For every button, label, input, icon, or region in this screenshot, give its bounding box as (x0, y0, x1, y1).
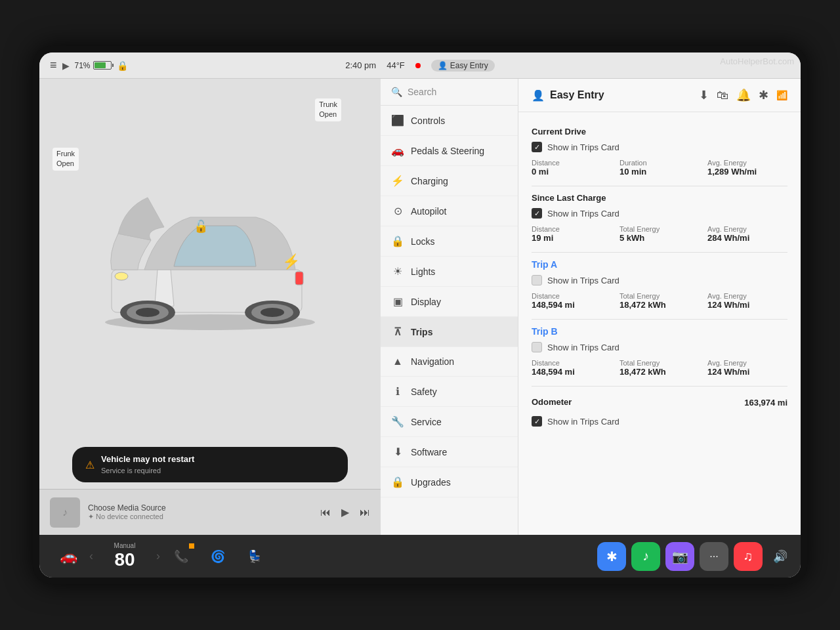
sidebar-item-locks[interactable]: 🔒 Locks (381, 226, 518, 257)
sidebar-item-autopilot[interactable]: ⊙ Autopilot (381, 196, 518, 226)
trip-a-checkbox[interactable] (532, 275, 542, 285)
spotify-app[interactable]: ♪ (631, 542, 660, 571)
stat-value: 1,289 Wh/mi (707, 167, 788, 177)
upgrades-icon: 🔒 (391, 476, 404, 488)
stat-item: Avg. Energy 284 Wh/mi (707, 225, 788, 243)
settings-content: Current Drive ✓ Show in Trips Card Dista… (518, 112, 801, 444)
pedals-icon: 🚗 (391, 144, 404, 157)
since-last-charge-label: Since Last Charge (532, 193, 788, 203)
stat-value: 0 mi (532, 167, 612, 177)
sidebar-item-safety[interactable]: ℹ Safety (381, 377, 518, 407)
stat-label: Distance (532, 292, 612, 300)
menu-icon[interactable]: ≡ (50, 58, 57, 72)
current-drive-stats: Distance 0 mi Duration 10 min Avg. Energ… (532, 159, 788, 177)
current-drive-label: Current Drive (532, 127, 788, 136)
since-last-charge-checkbox-row[interactable]: ✓ Show in Trips Card (532, 208, 788, 219)
stat-value: 124 Wh/mi (707, 300, 788, 310)
left-panel: ⚡ 🔓 Frunk Open Trunk Open ⚠ (39, 79, 381, 535)
download-icon[interactable]: ⬇ (699, 88, 709, 102)
odometer-checkbox-row[interactable]: ✓ Show in Trips Card (532, 416, 788, 427)
stat-item: Distance 0 mi (532, 159, 612, 177)
stat-label: Total Energy (620, 359, 700, 367)
spotify-icon: ♪ (642, 549, 649, 564)
wiper-button[interactable]: 🌀 (202, 541, 234, 572)
sidebar-item-service[interactable]: 🔧 Service (381, 407, 518, 437)
since-last-charge-checkbox[interactable]: ✓ (532, 208, 542, 219)
settings-title: 👤 Easy Entry (532, 89, 604, 102)
sidebar-item-software[interactable]: ⬇ Software (381, 437, 518, 467)
current-drive-checkbox-row[interactable]: ✓ Show in Trips Card (532, 142, 788, 152)
menu-search[interactable]: 🔍 Search (381, 79, 518, 106)
sidebar-item-trips[interactable]: ⊼ Trips (381, 317, 518, 347)
trip-a-stats: Distance 148,594 mi Total Energy 18,472 … (532, 292, 788, 310)
volume-icon: 🔊 (773, 549, 788, 564)
next-button[interactable]: ⏭ (360, 507, 370, 518)
signal-bars: 📶 (776, 90, 788, 100)
easy-entry-badge[interactable]: 👤 Easy Entry (431, 60, 495, 72)
volume-control[interactable]: 🔊 (773, 549, 788, 564)
svg-text:🔓: 🔓 (194, 219, 209, 234)
phone-button[interactable]: 📞 (165, 541, 197, 572)
settings-panel: 👤 Easy Entry ⬇ 🛍 🔔 ✱ 📶 C (518, 79, 801, 535)
odometer-checkbox[interactable]: ✓ (532, 416, 542, 427)
sidebar-item-label: Autopilot (411, 206, 446, 217)
warning-sub: Service is required (101, 466, 194, 476)
navigation-icon: ▲ (391, 356, 404, 368)
seat-heat-button[interactable]: 💺 (239, 541, 270, 572)
since-last-charge-show-trips: Show in Trips Card (547, 209, 620, 219)
odometer-label: Odometer (532, 397, 572, 407)
stat-item: Distance 148,594 mi (532, 292, 612, 310)
sidebar-item-label: Navigation (411, 356, 454, 367)
purple-app[interactable]: 📷 (665, 542, 694, 571)
stat-item: Distance 19 mi (532, 225, 612, 243)
media-bar: ♪ Choose Media Source ✦ No device connec… (39, 489, 381, 535)
sidebar-item-controls[interactable]: ⬛ Controls (381, 106, 518, 136)
stat-item: Duration 10 min (620, 159, 700, 177)
trip-b-checkbox[interactable] (532, 342, 542, 352)
sidebar-item-lights[interactable]: ☀ Lights (381, 257, 518, 287)
more-apps-button[interactable]: ··· (700, 542, 728, 571)
svg-text:⚡: ⚡ (282, 253, 301, 270)
bluetooth-app[interactable]: ✱ (597, 542, 626, 571)
bluetooth-icon[interactable]: ✱ (759, 88, 768, 102)
warning-icon: ⚠ (85, 459, 94, 471)
more-icon: ··· (709, 551, 718, 562)
sidebar-item-label: Safety (411, 387, 437, 397)
stat-label: Distance (532, 359, 612, 367)
bell-icon[interactable]: 🔔 (736, 88, 751, 102)
trip-a-checkbox-row[interactable]: Show in Trips Card (532, 275, 788, 285)
autopilot-icon: ⊙ (391, 205, 404, 217)
speed-number: 80 (114, 549, 135, 570)
sidebar-item-navigation[interactable]: ▲ Navigation (381, 347, 518, 377)
trunk-label: Trunk Open (315, 98, 341, 121)
sidebar-item-display[interactable]: ▣ Display (381, 287, 518, 317)
settings-title-label: Easy Entry (550, 89, 604, 101)
phone-icon: 📞 (174, 549, 188, 564)
stat-value: 18,472 kWh (620, 367, 700, 377)
lock-icon: 🔒 (117, 60, 128, 71)
profile-icon: 👤 (438, 61, 448, 70)
media-controls[interactable]: ⏮ ▶ ⏭ (320, 506, 370, 518)
media-title: Choose Media Source (88, 503, 312, 513)
music-app[interactable]: ♫ (734, 542, 763, 571)
search-icon: 🔍 (391, 87, 402, 97)
stat-item: Total Energy 18,472 kWh (620, 292, 700, 310)
controls-icon: ⬛ (391, 114, 404, 127)
current-drive-checkbox[interactable]: ✓ (532, 142, 542, 152)
sidebar-item-charging[interactable]: ⚡ Charging (381, 166, 518, 196)
sidebar-item-label: Pedals & Steering (411, 146, 484, 156)
bag-icon[interactable]: 🛍 (717, 89, 728, 102)
prev-button[interactable]: ⏮ (320, 507, 331, 518)
sidebar-item-label: Upgrades (411, 477, 451, 488)
trip-b-checkbox-row[interactable]: Show in Trips Card (532, 342, 788, 352)
notification-dot (189, 543, 194, 549)
sidebar-item-pedals[interactable]: 🚗 Pedals & Steering (381, 136, 518, 166)
stat-value: 124 Wh/mi (707, 367, 788, 377)
play-button[interactable]: ▶ (341, 506, 349, 518)
software-icon: ⬇ (391, 446, 404, 458)
sidebar-item-label: Trips (411, 327, 432, 337)
current-drive-show-trips: Show in Trips Card (547, 142, 620, 152)
car-button[interactable]: 🚗 (52, 541, 84, 572)
sidebar-item-upgrades[interactable]: 🔒 Upgrades (381, 467, 518, 497)
warning-title: Vehicle may not restart (101, 453, 194, 465)
